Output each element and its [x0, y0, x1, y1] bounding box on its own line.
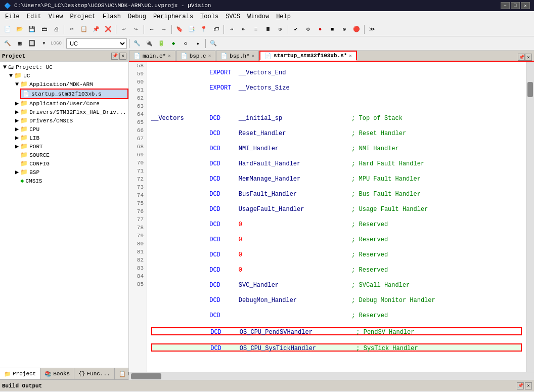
- tab-bsp-c[interactable]: 📄 bsp.c ✕: [176, 51, 215, 61]
- check-btn[interactable]: ✔: [290, 24, 301, 35]
- indent3-btn[interactable]: ≣: [262, 24, 274, 35]
- chip-btn[interactable]: 🔲: [26, 38, 37, 49]
- tree-app-user[interactable]: ▶ 📁 Application/User/Core: [0, 99, 128, 108]
- project-tree[interactable]: ▼ 🗂 Project: UC ▼ 📁 UC ▼ 📁 Application/M…: [0, 62, 128, 368]
- tool4-btn[interactable]: ◆: [168, 38, 179, 49]
- tree-lib[interactable]: ▶ 📁 LIB: [0, 134, 128, 142]
- tab-project[interactable]: 📁 Project: [0, 368, 40, 379]
- minimize-button[interactable]: −: [501, 2, 510, 9]
- forward-btn[interactable]: →: [158, 24, 169, 35]
- stop-btn[interactable]: ■: [327, 24, 338, 35]
- tool3-btn[interactable]: 🔋: [156, 38, 167, 49]
- paste-btn[interactable]: 📌: [91, 24, 102, 35]
- insert-btn[interactable]: ⊕: [275, 24, 286, 35]
- tree-bsp[interactable]: ▶ 📁 BSP: [0, 168, 128, 177]
- grid-btn[interactable]: ▦: [14, 38, 25, 49]
- back-btn[interactable]: ←: [146, 24, 157, 35]
- sep5: [224, 25, 224, 34]
- settings-btn[interactable]: ⚙: [302, 24, 314, 35]
- tree-project-uc[interactable]: ▼ 🗂 Project: UC: [0, 63, 128, 71]
- tree-cmsis[interactable]: ▶ ◆ CMSIS: [0, 177, 128, 185]
- delete-btn[interactable]: ❌: [103, 24, 114, 35]
- bookmark2-btn[interactable]: 📑: [186, 24, 197, 35]
- menu-debug[interactable]: Debug: [125, 12, 149, 21]
- build-controls[interactable]: 📌 ✕: [517, 382, 532, 389]
- tool2-btn[interactable]: 🔌: [144, 38, 155, 49]
- copy-btn[interactable]: 📋: [78, 24, 90, 35]
- tree-drivers-cmsis[interactable]: ▶ 📁 Drivers/CMSIS: [0, 116, 128, 125]
- menu-view[interactable]: View: [46, 12, 66, 21]
- dropdown-btn[interactable]: ▼: [38, 38, 50, 49]
- menu-file[interactable]: File: [2, 12, 23, 21]
- menu-tools[interactable]: Tools: [197, 12, 221, 21]
- cut-btn[interactable]: ✂: [66, 24, 77, 35]
- panel-pin-btn[interactable]: 📌: [111, 53, 118, 60]
- indent-btn[interactable]: ⇥: [226, 24, 237, 35]
- open-btn[interactable]: 📂: [14, 24, 25, 35]
- tree-port[interactable]: ▶ 📁 PORT: [0, 142, 128, 151]
- panel-controls[interactable]: 📌 ✕: [111, 53, 126, 60]
- unindent-btn[interactable]: ⇤: [238, 24, 249, 35]
- tab-close-startup[interactable]: ✕: [349, 53, 351, 59]
- menu-svcs[interactable]: SVCS: [223, 12, 243, 21]
- redo-btn[interactable]: ↪: [130, 24, 142, 35]
- tool6-btn[interactable]: ⬧: [192, 38, 203, 49]
- tree-config[interactable]: ▶ 📁 CONFIG: [0, 159, 128, 168]
- menu-flash[interactable]: Flash: [100, 12, 124, 21]
- tree-app-mdk[interactable]: ▼ 📁 Application/MDK-ARM: [0, 80, 128, 89]
- tab-close-bsp-h[interactable]: ✕: [252, 53, 254, 59]
- tree-cpu[interactable]: ▶ 📁 CPU: [0, 125, 128, 134]
- menu-peripherals[interactable]: Peripherals: [150, 12, 196, 21]
- debug-btn[interactable]: 🔴: [351, 24, 362, 35]
- tree-startup-file[interactable]: 📄 startup_stm32f103xb.s: [20, 89, 128, 99]
- tab-close-bsp-c[interactable]: ✕: [208, 53, 211, 59]
- tab-startup[interactable]: 📄 startup_stm32f103xb.s* ✕: [259, 51, 357, 61]
- new-btn[interactable]: 📄: [2, 24, 13, 35]
- expand-icon-cmsis: ▶: [15, 117, 19, 124]
- panel-close-btn[interactable]: ✕: [119, 53, 126, 60]
- tree-source[interactable]: ▶ 📁 SOURCE: [0, 151, 128, 159]
- build-btn[interactable]: 🔨: [2, 38, 13, 49]
- tool1-btn[interactable]: 🔧: [131, 38, 143, 49]
- more-btn[interactable]: ≫: [367, 24, 378, 35]
- bookmark-btn[interactable]: 🔖: [174, 24, 185, 35]
- close-button[interactable]: ✕: [521, 2, 530, 9]
- editor-hscroll[interactable]: [129, 372, 534, 380]
- zoom-btn[interactable]: 🔍: [208, 38, 219, 49]
- code-content[interactable]: EXPORT __Vectors_End EXPORT __Vectors_Si…: [147, 62, 526, 372]
- app-icon: 🔷: [4, 3, 11, 9]
- code-scroll[interactable]: 58 59 60 61 62 63 64 65 66 67 68 69 70 7…: [129, 62, 526, 372]
- target-select[interactable]: UC: [66, 38, 127, 49]
- logo-btn[interactable]: LOGO: [51, 38, 62, 49]
- maximize-button[interactable]: □: [511, 2, 520, 9]
- menu-help[interactable]: Help: [273, 12, 294, 21]
- tree-drivers-stm32[interactable]: ▶ 📁 Drivers/STM32F1xx_HAL_Driv...: [0, 108, 128, 116]
- editor-vscroll[interactable]: [526, 62, 534, 372]
- tab-close-main-c[interactable]: ✕: [168, 53, 170, 59]
- title-bar-controls[interactable]: − □ ✕: [501, 2, 530, 9]
- menu-project[interactable]: Project: [67, 12, 98, 21]
- build-close-btn[interactable]: ✕: [525, 382, 532, 389]
- run-btn[interactable]: ●: [315, 24, 326, 35]
- code-editor[interactable]: 58 59 60 61 62 63 64 65 66 67 68 69 70 7…: [129, 62, 534, 372]
- indent2-btn[interactable]: ≡: [250, 24, 261, 35]
- tab-books[interactable]: 📚 Books: [40, 368, 74, 379]
- tab-bsp-h[interactable]: 📄 bsp.h* ✕: [216, 51, 259, 61]
- menu-edit[interactable]: Edit: [24, 12, 45, 21]
- tool5-btn[interactable]: ◇: [180, 38, 191, 49]
- editor-close-btn[interactable]: ✕: [525, 54, 532, 61]
- editor-pin-btn[interactable]: 📌: [518, 54, 525, 61]
- tab-func[interactable]: {} Func...: [74, 368, 114, 379]
- clear-btn[interactable]: ⊗: [339, 24, 350, 35]
- save-all-btn[interactable]: 🗃: [38, 24, 50, 35]
- bookmark4-btn[interactable]: 🏷: [210, 24, 221, 35]
- build-pin-btn[interactable]: 📌: [517, 382, 524, 389]
- tree-label-port: PORT: [29, 144, 42, 150]
- print-btn[interactable]: 🖨: [51, 24, 62, 35]
- tab-main-c[interactable]: 📄 main.c* ✕: [129, 51, 175, 61]
- undo-btn[interactable]: ↩: [118, 24, 129, 35]
- save-btn[interactable]: 💾: [26, 24, 37, 35]
- tree-uc[interactable]: ▼ 📁 UC: [0, 71, 128, 80]
- menu-window[interactable]: Window: [244, 12, 272, 21]
- bookmark3-btn[interactable]: 📍: [198, 24, 209, 35]
